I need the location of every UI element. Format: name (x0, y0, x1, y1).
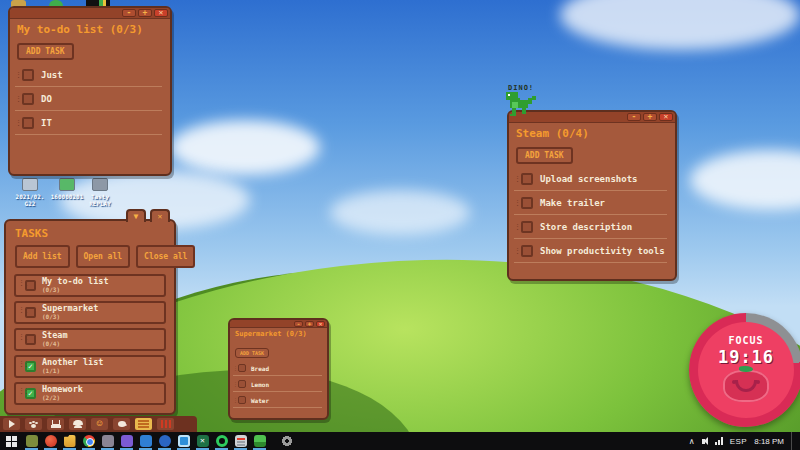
task-checkbox[interactable] (521, 245, 533, 257)
dino-label: DINO! (508, 84, 534, 92)
task-label: Just (41, 70, 63, 80)
task-checkbox[interactable] (22, 69, 34, 81)
taskbar-icon-file-explorer[interactable] (60, 432, 79, 450)
window-title: Supermarket (0/3) (235, 330, 322, 338)
taskbar-icon-chrome[interactable] (79, 432, 98, 450)
add-button[interactable]: + (138, 9, 152, 17)
drag-handle-icon[interactable]: ⋮⋮ (514, 249, 521, 253)
minimize-button[interactable]: - (294, 321, 303, 327)
task-row[interactable]: ⋮⋮ Upload screenshots (514, 167, 667, 191)
list-item[interactable]: ⋮⋮ My to-do list(0/3) (14, 274, 166, 297)
minimize-button[interactable]: - (122, 9, 136, 17)
task-checkbox[interactable] (238, 380, 246, 388)
start-button[interactable] (0, 432, 22, 450)
cloud (330, 190, 470, 235)
drag-handle-icon[interactable]: ⋮⋮ (514, 177, 521, 181)
paw-icon[interactable] (25, 418, 42, 430)
list-count: (0/3) (42, 313, 98, 321)
titlebar[interactable]: - + ✕ (230, 320, 327, 328)
window-tabs: ▼ ✕ (126, 209, 170, 222)
task-checkbox[interactable] (22, 93, 34, 105)
cart-icon[interactable] (47, 418, 64, 430)
add-task-button[interactable]: ADD TASK (516, 147, 573, 164)
drag-handle-icon[interactable]: ⋮⋮ (18, 281, 25, 285)
taskbar-icon-app-olive[interactable] (22, 432, 41, 450)
drag-handle-icon[interactable]: ⋮⋮ (18, 308, 25, 312)
taskbar-icon-excel[interactable] (193, 432, 212, 450)
smiley-icon[interactable]: ☺ (91, 418, 108, 430)
titlebar[interactable]: - + ✕ (10, 8, 170, 19)
collapse-button[interactable]: ▼ (126, 209, 146, 222)
show-desktop-button[interactable] (791, 432, 796, 450)
list-icon[interactable] (135, 418, 152, 430)
taskbar-icon-plant[interactable] (250, 432, 269, 450)
close-button[interactable]: ✕ (316, 321, 325, 327)
task-label: Water (251, 397, 269, 404)
add-button[interactable]: + (305, 321, 314, 327)
drag-handle-icon[interactable]: ⋮⋮ (18, 362, 25, 366)
task-row[interactable]: ⋮⋮ IT (15, 111, 162, 135)
taskbar-icon-app-gray[interactable] (98, 432, 117, 450)
task-checkbox[interactable] (238, 396, 246, 404)
desktop-icon-file3[interactable]: Tasty REPLAY (68, 178, 132, 207)
play-icon[interactable] (3, 418, 20, 430)
add-task-button[interactable]: ADD TASK (17, 43, 74, 60)
brain-icon[interactable] (113, 418, 130, 430)
drag-handle-icon[interactable]: ⋮⋮ (18, 389, 25, 393)
add-button[interactable]: + (643, 113, 657, 121)
task-row[interactable]: ⋮⋮ Lemon (233, 376, 322, 392)
window-title: TASKS (15, 227, 165, 240)
close-button[interactable]: ✕ (154, 9, 168, 17)
drag-handle-icon[interactable]: ⋮⋮ (15, 121, 22, 125)
list-item[interactable]: ⋮⋮ Supermarket(0/3) (14, 301, 166, 324)
language-indicator[interactable]: ESP (730, 432, 748, 450)
task-checkbox[interactable] (238, 364, 246, 372)
task-checkbox[interactable] (521, 221, 533, 233)
dino-pet[interactable]: DINO! (502, 84, 542, 114)
task-checkbox[interactable] (521, 197, 533, 209)
add-task-button[interactable]: ADD TASK (235, 348, 269, 358)
drag-handle-icon[interactable]: ⋮⋮ (514, 201, 521, 205)
taskbar-icon-app-blue-square[interactable] (136, 432, 155, 450)
drag-handle-icon[interactable]: ⋮⋮ (18, 335, 25, 339)
taskbar-icon-app-purple[interactable] (117, 432, 136, 450)
desktop: 2021/02. G22 160000201 Tasty REPLAY - + … (0, 0, 800, 450)
mushroom-icon[interactable] (69, 418, 86, 430)
close-button[interactable]: ✕ (150, 209, 170, 222)
task-row[interactable]: ⋮⋮ DO (15, 87, 162, 111)
taskbar-icon-app-blue-round[interactable] (155, 432, 174, 450)
drag-handle-icon[interactable]: ⋮⋮ (15, 73, 22, 77)
taskbar-icon-green-ring[interactable] (212, 432, 231, 450)
task-row[interactable]: ⋮⋮ Store description (514, 215, 667, 239)
list-item[interactable]: ⋮⋮ ✓ Another list(1/1) (14, 355, 166, 378)
task-row[interactable]: ⋮⋮ Make trailer (514, 191, 667, 215)
task-row[interactable]: ⋮⋮ Water (233, 392, 322, 408)
drag-handle-icon[interactable]: ⋮⋮ (15, 97, 22, 101)
task-label: DO (41, 94, 52, 104)
taskbar-icon-browser-red[interactable] (41, 432, 60, 450)
taskbar-icon-app-teal[interactable] (174, 432, 193, 450)
clock[interactable]: 8:18 PM (754, 432, 784, 450)
add-list-button[interactable]: Add list (15, 245, 70, 268)
volume-icon[interactable] (702, 432, 708, 450)
task-checkbox[interactable] (521, 173, 533, 185)
tomato-smile (735, 380, 757, 392)
network-icon[interactable] (715, 437, 723, 445)
close-all-button[interactable]: Close all (136, 245, 195, 268)
close-button[interactable]: ✕ (659, 113, 673, 121)
drag-handle-icon[interactable]: ⋮⋮ (514, 225, 521, 229)
task-row[interactable]: ⋮⋮ Just (15, 63, 162, 87)
task-row[interactable]: ⋮⋮ Show productivity tools (514, 239, 667, 263)
task-row[interactable]: ⋮⋮ Bread (233, 360, 322, 376)
list-item[interactable]: ⋮⋮ ✓ Homework(2/2) (14, 382, 166, 405)
open-all-button[interactable]: Open all (76, 245, 131, 268)
stats-bars-icon[interactable] (157, 418, 174, 430)
taskbar-icon-recycle-bin[interactable] (231, 432, 250, 450)
list-item[interactable]: ⋮⋮ Steam(0/4) (14, 328, 166, 351)
file-icon (22, 178, 38, 191)
task-checkbox[interactable] (22, 117, 34, 129)
taskbar-icon-settings[interactable] (277, 432, 296, 450)
tray-chevron-icon[interactable]: ∧ (689, 432, 695, 450)
minimize-button[interactable]: - (627, 113, 641, 121)
focus-timer-widget[interactable]: FOCUS 19:16 (689, 313, 800, 427)
